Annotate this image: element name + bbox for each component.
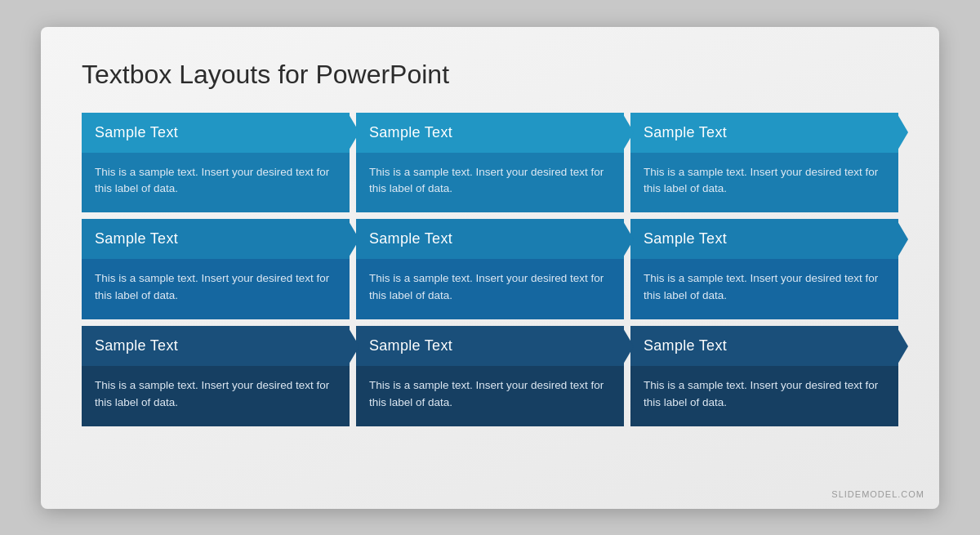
card-1-1: Sample Text This is a sample text. Inser… [82, 113, 350, 213]
card-header-1-2: Sample Text [356, 113, 624, 153]
card-text-1-3: This is a sample text. Insert your desir… [644, 164, 885, 198]
card-1-3: Sample Text This is a sample text. Inser… [630, 113, 898, 213]
card-text-3-1: This is a sample text. Insert your desir… [95, 377, 336, 412]
card-2-3: Sample Text This is a sample text. Inser… [630, 219, 898, 319]
card-body-1-3: This is a sample text. Insert your desir… [630, 153, 898, 213]
watermark: SLIDEMODEL.COM [831, 489, 924, 499]
card-header-3-2: Sample Text [356, 326, 624, 366]
card-2-1: Sample Text This is a sample text. Inser… [82, 219, 350, 319]
card-body-3-3: This is a sample text. Insert your desir… [630, 366, 898, 426]
card-3-3: Sample Text This is a sample text. Inser… [630, 326, 898, 426]
card-body-3-2: This is a sample text. Insert your desir… [356, 366, 624, 426]
card-body-2-2: This is a sample text. Insert your desir… [356, 259, 624, 319]
card-grid: Sample Text This is a sample text. Inser… [82, 113, 898, 427]
card-text-3-2: This is a sample text. Insert your desir… [369, 377, 611, 412]
card-text-1-2: This is a sample text. Insert your desir… [369, 164, 611, 198]
card-body-1-1: This is a sample text. Insert your desir… [82, 153, 350, 213]
card-text-2-3: This is a sample text. Insert your desir… [644, 270, 885, 305]
card-header-2-2: Sample Text [356, 219, 624, 259]
card-text-3-3: This is a sample text. Insert your desir… [644, 377, 885, 412]
card-header-3-1: Sample Text [82, 326, 350, 366]
card-title-3-3: Sample Text [644, 337, 727, 354]
card-body-3-1: This is a sample text. Insert your desir… [82, 366, 350, 426]
card-title-2-3: Sample Text [644, 230, 727, 247]
card-header-1-3: Sample Text [630, 113, 898, 153]
slide-title: Textbox Layouts for PowerPoint [82, 60, 898, 90]
card-title-1-1: Sample Text [95, 124, 178, 141]
card-3-2: Sample Text This is a sample text. Inser… [356, 326, 624, 426]
card-title-2-1: Sample Text [95, 230, 178, 247]
card-header-1-1: Sample Text [82, 113, 350, 153]
card-body-1-2: This is a sample text. Insert your desir… [356, 153, 624, 213]
card-text-2-2: This is a sample text. Insert your desir… [369, 270, 611, 305]
card-title-3-2: Sample Text [369, 337, 452, 354]
card-title-1-2: Sample Text [369, 124, 452, 141]
card-header-2-3: Sample Text [630, 219, 898, 259]
card-header-2-1: Sample Text [82, 219, 350, 259]
card-3-1: Sample Text This is a sample text. Inser… [82, 326, 350, 426]
card-text-2-1: This is a sample text. Insert your desir… [95, 270, 336, 305]
card-header-3-3: Sample Text [630, 326, 898, 366]
card-title-3-1: Sample Text [95, 337, 178, 354]
card-2-2: Sample Text This is a sample text. Inser… [356, 219, 624, 319]
card-title-2-2: Sample Text [369, 230, 452, 247]
card-text-1-1: This is a sample text. Insert your desir… [95, 164, 336, 198]
card-title-1-3: Sample Text [644, 124, 727, 141]
card-body-2-1: This is a sample text. Insert your desir… [82, 259, 350, 319]
card-1-2: Sample Text This is a sample text. Inser… [356, 113, 624, 213]
card-body-2-3: This is a sample text. Insert your desir… [630, 259, 898, 319]
slide-container: Textbox Layouts for PowerPoint Sample Te… [41, 27, 939, 509]
